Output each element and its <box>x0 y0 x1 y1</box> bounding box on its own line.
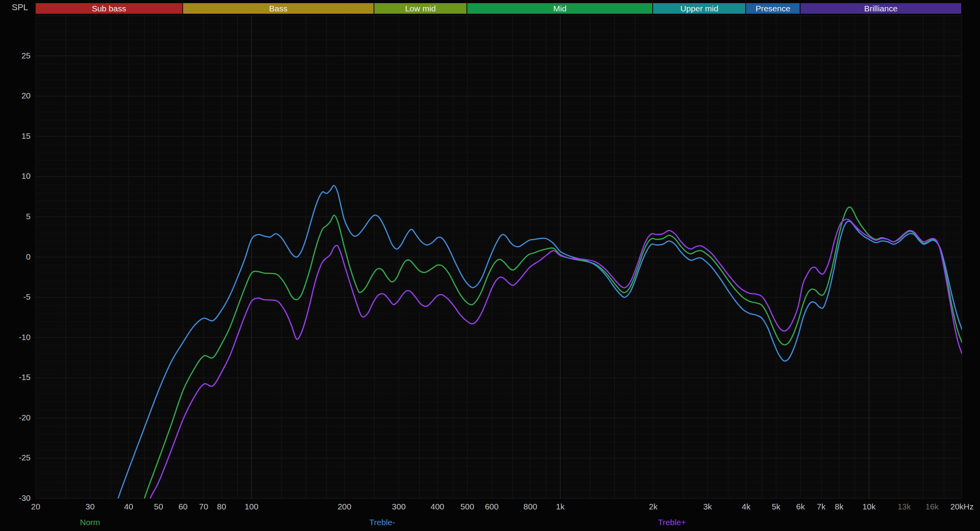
y-tick-25: 25 <box>6 51 31 60</box>
x-tick-2k: 2k <box>649 502 657 511</box>
x-tick-1k: 1k <box>556 502 564 511</box>
gridlines <box>36 16 962 498</box>
x-tick-13k: 13k <box>898 502 911 511</box>
band-brilliance: Brilliance <box>800 3 962 14</box>
x-tick-600: 600 <box>485 502 499 511</box>
y-tick--5: -5 <box>6 292 31 302</box>
x-tick-8k: 8k <box>835 502 843 511</box>
y-tick-10: 10 <box>6 171 31 181</box>
x-tick-30: 30 <box>85 502 94 511</box>
x-tick-300: 300 <box>392 502 406 511</box>
x-tick-5k: 5k <box>772 502 780 511</box>
x-tick-200: 200 <box>338 502 351 511</box>
x-tick-800: 800 <box>523 502 537 511</box>
x-tick-20khz: 20kHz <box>950 502 974 511</box>
y-tick-5: 5 <box>6 212 31 221</box>
x-tick-60: 60 <box>178 502 187 511</box>
frequency-response-chart: SPL Sub bassBassLow midMidUpper midPrese… <box>0 0 980 531</box>
y-tick--20: -20 <box>6 413 31 422</box>
plot-area <box>0 0 980 531</box>
y-tick-15: 15 <box>6 131 31 141</box>
y-tick--25: -25 <box>6 453 31 462</box>
band-low-mid: Low mid <box>374 3 467 14</box>
x-tick-20: 20 <box>31 502 40 511</box>
x-tick-7k: 7k <box>817 502 826 511</box>
band-sub-bass: Sub bass <box>36 3 183 14</box>
x-tick-10k: 10k <box>862 502 876 511</box>
y-axis-title: SPL <box>12 2 28 13</box>
x-tick-3k: 3k <box>703 502 712 511</box>
y-tick-0: 0 <box>6 252 31 262</box>
x-tick-400: 400 <box>430 502 444 511</box>
band-presence: Presence <box>746 3 800 14</box>
x-tick-100: 100 <box>245 502 258 511</box>
band-mid: Mid <box>467 3 653 14</box>
y-tick--15: -15 <box>6 373 31 382</box>
band-bass: Bass <box>183 3 374 14</box>
y-tick--30: -30 <box>6 493 31 503</box>
x-tick-4k: 4k <box>742 502 750 511</box>
x-tick-50: 50 <box>154 502 163 511</box>
x-tick-6k: 6k <box>796 502 805 511</box>
y-tick--10: -10 <box>6 333 31 342</box>
x-tick-80: 80 <box>217 502 226 511</box>
x-tick-16k: 16k <box>926 502 939 511</box>
legend-norm: Norm <box>80 518 100 527</box>
x-tick-70: 70 <box>199 502 208 511</box>
legend-treble-: Treble+ <box>658 518 686 527</box>
y-tick-20: 20 <box>6 91 31 100</box>
x-tick-40: 40 <box>124 502 133 511</box>
x-tick-500: 500 <box>461 502 474 511</box>
legend-treble-: Treble- <box>369 518 395 527</box>
band-upper-mid: Upper mid <box>653 3 746 14</box>
